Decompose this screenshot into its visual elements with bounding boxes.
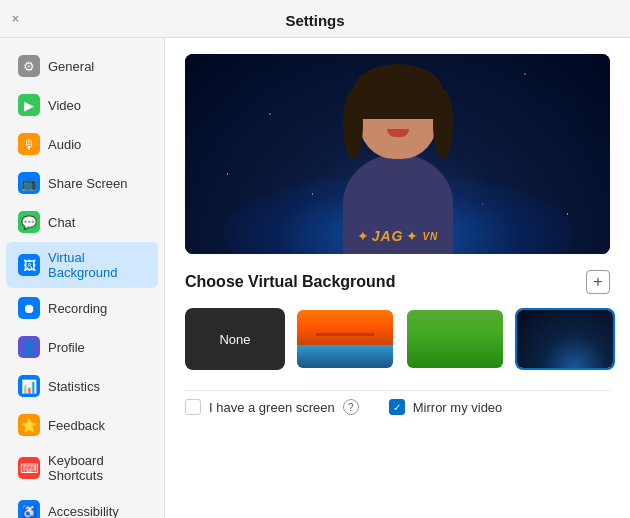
recording-icon: ⏺ <box>18 297 40 319</box>
profile-icon: 👤 <box>18 336 40 358</box>
keyboard-icon: ⌨ <box>18 457 40 479</box>
sidebar-item-keyboard[interactable]: ⌨Keyboard Shortcuts <box>6 445 158 491</box>
close-button[interactable]: × <box>12 12 19 26</box>
watermark: ✦ JAG ✦ VN <box>357 228 439 244</box>
section-title: Choose Virtual Background <box>185 273 395 291</box>
page-title: Settings <box>285 12 344 29</box>
sidebar: ⚙General▶Video🎙Audio📺Share Screen💬Chat🖼V… <box>0 38 165 518</box>
accessibility-icon: ♿ <box>18 500 40 518</box>
mirror-video-checkbox[interactable]: ✓ <box>389 399 405 415</box>
video-preview: ✦ JAG ✦ VN <box>185 54 610 254</box>
sidebar-item-accessibility[interactable]: ♿Accessibility <box>6 492 158 518</box>
sidebar-label-audio: Audio <box>48 137 81 152</box>
green-screen-help-icon[interactable]: ? <box>343 399 359 415</box>
feedback-icon: ⭐ <box>18 414 40 436</box>
general-icon: ⚙ <box>18 55 40 77</box>
sidebar-label-accessibility: Accessibility <box>48 504 119 519</box>
green-screen-label: I have a green screen <box>209 400 335 415</box>
video-icon: ▶ <box>18 94 40 116</box>
sidebar-label-sharescreen: Share Screen <box>48 176 128 191</box>
audio-icon: 🎙 <box>18 133 40 155</box>
sidebar-label-chat: Chat <box>48 215 75 230</box>
green-screen-option[interactable]: I have a green screen ? <box>185 399 359 415</box>
person-hair <box>353 64 443 119</box>
person-hair-left <box>343 89 363 159</box>
sharescreen-icon: 📺 <box>18 172 40 194</box>
bg-thumbnail-space <box>517 310 613 368</box>
main-layout: ⚙General▶Video🎙Audio📺Share Screen💬Chat🖼V… <box>0 38 630 518</box>
sidebar-label-keyboard: Keyboard Shortcuts <box>48 453 146 483</box>
checkboxes-row: I have a green screen ? ✓ Mirror my vide… <box>185 390 610 415</box>
sidebar-item-feedback[interactable]: ⭐Feedback <box>6 406 158 444</box>
sidebar-item-general[interactable]: ⚙General <box>6 47 158 85</box>
section-header: Choose Virtual Background + <box>185 270 610 294</box>
sidebar-item-virtual[interactable]: 🖼Virtual Background <box>6 242 158 288</box>
sidebar-item-statistics[interactable]: 📊Statistics <box>6 367 158 405</box>
bg-options: None <box>185 308 610 370</box>
title-bar: × Settings <box>0 0 630 38</box>
bg-option-nature[interactable] <box>405 308 505 370</box>
person-hair-right <box>433 89 453 159</box>
sidebar-item-sharescreen[interactable]: 📺Share Screen <box>6 164 158 202</box>
sidebar-item-audio[interactable]: 🎙Audio <box>6 125 158 163</box>
sidebar-label-statistics: Statistics <box>48 379 100 394</box>
watermark-text: JAG <box>372 228 404 244</box>
sidebar-label-general: General <box>48 59 94 74</box>
mirror-video-label: Mirror my video <box>413 400 503 415</box>
sidebar-item-chat[interactable]: 💬Chat <box>6 203 158 241</box>
virtual-icon: 🖼 <box>18 254 40 276</box>
chat-icon: 💬 <box>18 211 40 233</box>
bg-option-space[interactable] <box>515 308 615 370</box>
person-figure <box>333 69 463 254</box>
bg-thumbnail-nature <box>407 310 503 368</box>
watermark-subtext: VN <box>422 231 438 242</box>
add-background-button[interactable]: + <box>586 270 610 294</box>
sidebar-item-profile[interactable]: 👤Profile <box>6 328 158 366</box>
sidebar-label-recording: Recording <box>48 301 107 316</box>
sidebar-item-recording[interactable]: ⏺Recording <box>6 289 158 327</box>
person-head <box>358 69 438 159</box>
bg-option-none[interactable]: None <box>185 308 285 370</box>
content-area: ✦ JAG ✦ VN Choose Virtual Background + N… <box>165 38 630 518</box>
sidebar-label-virtual: Virtual Background <box>48 250 146 280</box>
sidebar-item-video[interactable]: ▶Video <box>6 86 158 124</box>
watermark-star-left: ✦ <box>357 228 369 244</box>
green-screen-checkbox[interactable] <box>185 399 201 415</box>
bg-thumbnail-bridge <box>297 310 393 368</box>
sidebar-label-feedback: Feedback <box>48 418 105 433</box>
watermark-star-right: ✦ <box>406 228 418 244</box>
statistics-icon: 📊 <box>18 375 40 397</box>
sidebar-label-profile: Profile <box>48 340 85 355</box>
person-lips <box>387 129 409 137</box>
sidebar-label-video: Video <box>48 98 81 113</box>
bg-option-bridge[interactable] <box>295 308 395 370</box>
mirror-video-option[interactable]: ✓ Mirror my video <box>389 399 503 415</box>
